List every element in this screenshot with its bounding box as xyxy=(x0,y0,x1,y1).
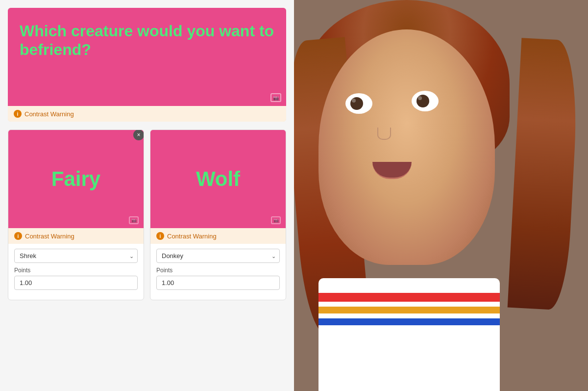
eye-right xyxy=(412,91,439,111)
wolf-points-input[interactable] xyxy=(156,276,280,290)
fairy-answer-text: Fairy xyxy=(51,167,100,191)
question-card: Which creature would you want to befrien… xyxy=(8,8,286,122)
photo-area xyxy=(294,0,588,391)
question-contrast-warning-bar: i Contrast Warning xyxy=(8,106,286,122)
fairy-warning-icon: i xyxy=(14,232,22,240)
answer-card-wolf: Wolf 📷 i Contrast Warning Shrek Donkey F… xyxy=(150,130,286,300)
fairy-contrast-warning-bar: i Contrast Warning xyxy=(8,228,144,244)
hair-right xyxy=(508,38,581,311)
answer-card-fairy: × Fairy 📷 i Contrast Warning Shrek Donke… xyxy=(8,130,144,300)
fairy-points-input[interactable] xyxy=(14,276,138,290)
wolf-warning-icon: i xyxy=(156,232,164,240)
wolf-answer-text: Wolf xyxy=(196,167,240,191)
pupil-right xyxy=(416,95,429,107)
shirt-stripe-blue xyxy=(318,318,500,325)
question-image-area: Which creature would you want to befrien… xyxy=(8,8,286,106)
answers-row: × Fairy 📷 i Contrast Warning Shrek Donke… xyxy=(8,130,286,300)
wolf-fields: Shrek Donkey Fiona ⌄ Points xyxy=(150,244,286,300)
nose xyxy=(377,128,391,140)
wolf-points-label: Points xyxy=(156,267,280,274)
left-panel: Which creature would you want to befrien… xyxy=(0,0,294,391)
mouth xyxy=(372,162,412,179)
fairy-warning-text: Contrast Warning xyxy=(25,233,74,240)
fairy-fields: Shrek Donkey Fiona ⌄ Points xyxy=(8,244,144,300)
wolf-image-icon[interactable]: 📷 xyxy=(271,216,281,224)
fairy-points-group: Points xyxy=(14,267,138,290)
question-warning-text: Contrast Warning xyxy=(24,110,74,118)
fairy-image-area: Fairy 📷 xyxy=(8,130,144,228)
shirt-stripe-orange xyxy=(318,307,500,313)
wolf-points-group: Points xyxy=(156,267,280,290)
wolf-warning-text: Contrast Warning xyxy=(167,233,217,240)
fairy-points-label: Points xyxy=(14,267,138,274)
wolf-select-wrapper: Shrek Donkey Fiona ⌄ xyxy=(156,249,280,263)
fairy-close-button[interactable]: × xyxy=(133,130,144,140)
shirt xyxy=(318,278,500,391)
question-warning-icon: i xyxy=(14,110,22,118)
wolf-image-area: Wolf 📷 xyxy=(150,130,286,228)
wolf-contrast-warning-bar: i Contrast Warning xyxy=(150,228,286,244)
pupil-left xyxy=(350,97,363,110)
wolf-dropdown[interactable]: Shrek Donkey Fiona xyxy=(156,249,280,263)
question-text: Which creature would you want to befrien… xyxy=(20,22,274,59)
shirt-stripe-red xyxy=(318,293,500,302)
fairy-dropdown-group: Shrek Donkey Fiona ⌄ xyxy=(14,249,138,263)
question-image-icon[interactable]: 📷 xyxy=(270,93,281,102)
wolf-dropdown-group: Shrek Donkey Fiona ⌄ xyxy=(156,249,280,263)
face xyxy=(318,29,495,265)
fairy-dropdown[interactable]: Shrek Donkey Fiona xyxy=(14,249,138,263)
fairy-select-wrapper: Shrek Donkey Fiona ⌄ xyxy=(14,249,138,263)
right-panel-photo xyxy=(294,0,588,391)
fairy-image-icon[interactable]: 📷 xyxy=(129,216,139,224)
eye-left xyxy=(345,93,372,114)
